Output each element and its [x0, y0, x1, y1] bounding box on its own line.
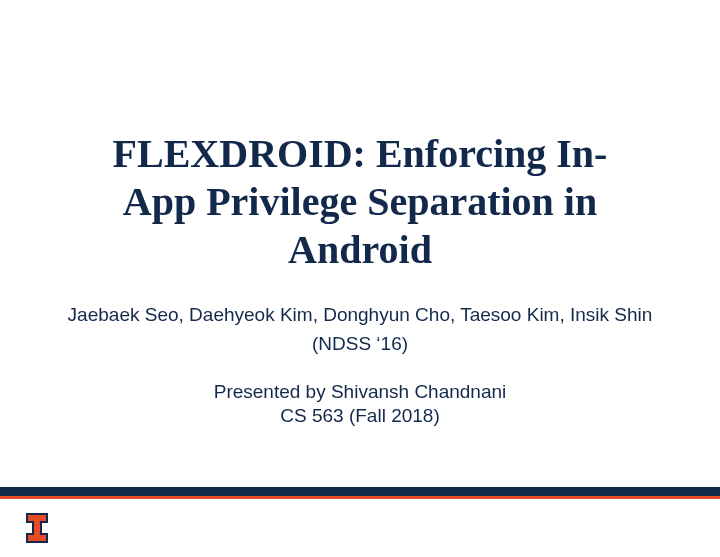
presenter-line: Presented by Shivansh Chandnani	[40, 379, 680, 406]
illinois-block-i-icon	[26, 513, 48, 543]
authors-line: Jaebaek Seo, Daehyeok Kim, Donghyun Cho,…	[40, 302, 680, 329]
venue-line: (NDSS ‘16)	[40, 333, 680, 355]
title-line-3: Android	[288, 227, 432, 272]
title-line-2: App Privilege Separation in	[123, 179, 597, 224]
slide-title: FLEXDROID: Enforcing In- App Privilege S…	[40, 130, 680, 274]
slide-content: FLEXDROID: Enforcing In- App Privilege S…	[0, 130, 720, 427]
footer-accent-bar	[0, 487, 720, 499]
course-line: CS 563 (Fall 2018)	[40, 405, 680, 427]
footer	[0, 499, 720, 557]
slide: FLEXDROID: Enforcing In- App Privilege S…	[0, 0, 720, 557]
title-line-1: FLEXDROID: Enforcing In-	[113, 131, 608, 176]
